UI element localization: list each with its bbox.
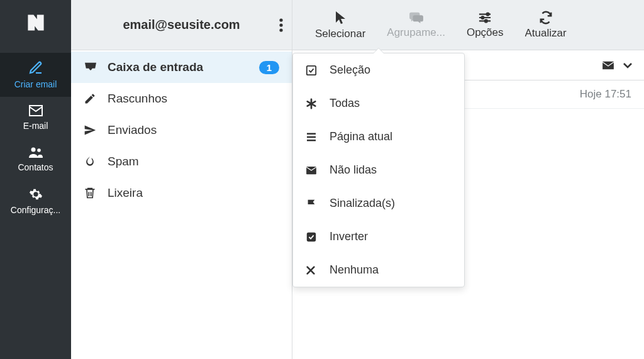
folder-header: email@seusite.com	[71, 0, 292, 50]
folder-list: Caixa de entrada 1 Rascunhos Enviados S	[71, 50, 292, 209]
svg-point-2	[279, 18, 282, 21]
svg-point-5	[487, 13, 489, 15]
list-icon	[306, 133, 318, 141]
folder-name: Lixeira	[108, 186, 279, 200]
dd-flagged[interactable]: Sinalizada(s)	[293, 187, 464, 220]
folder-inbox[interactable]: Caixa de entrada 1	[71, 52, 292, 83]
asterisk-icon	[306, 98, 318, 109]
svg-point-0	[31, 148, 35, 152]
select-dropdown: Seleção Todas Página atual Não lidas	[292, 53, 465, 287]
account-email: email@seusite.com	[123, 18, 240, 32]
svg-point-7	[485, 19, 487, 22]
folder-panel: email@seusite.com Caixa de entrada 1 Ras…	[71, 0, 292, 359]
envelope-icon	[306, 166, 318, 175]
folder-name: Spam	[108, 155, 279, 168]
logo-icon	[25, 11, 47, 34]
toolbar-select[interactable]: Selecionar	[308, 6, 373, 44]
toolbar-label: Opções	[467, 26, 504, 39]
more-vertical-icon[interactable]	[279, 18, 283, 32]
dd-label: Página atual	[330, 130, 392, 143]
nav-compose[interactable]: Criar email	[0, 53, 71, 97]
dd-label: Sinalizada(s)	[330, 197, 395, 210]
toolbar-label: Agrupame...	[387, 26, 445, 39]
folder-name: Rascunhos	[108, 92, 279, 106]
chevron-down-icon[interactable]	[623, 62, 633, 69]
refresh-icon	[539, 11, 553, 25]
gear-icon	[29, 187, 43, 201]
dd-all[interactable]: Todas	[293, 87, 464, 120]
checkbox-outline-icon	[306, 65, 318, 76]
chat-icon	[409, 11, 424, 24]
nav-settings[interactable]: Configuraç...	[0, 180, 71, 223]
folder-sent[interactable]: Enviados	[71, 114, 292, 146]
dd-unread[interactable]: Não lidas	[293, 153, 464, 187]
nav-contacts[interactable]: Contatos	[0, 138, 71, 180]
pencil-icon	[84, 92, 97, 105]
trash-icon	[84, 186, 97, 200]
dd-label: Não lidas	[330, 163, 377, 177]
toolbar-label: Selecionar	[315, 28, 365, 40]
toolbar-options[interactable]: Opções	[459, 8, 511, 43]
nav-label: Criar email	[0, 79, 71, 89]
dd-label: Nenhuma	[330, 263, 379, 277]
nav-label: Contatos	[0, 162, 71, 172]
folder-name: Caixa de entrada	[108, 60, 249, 74]
mail-icon	[28, 104, 43, 117]
svg-rect-10	[307, 232, 316, 241]
folder-name: Enviados	[108, 123, 279, 137]
nav-label: E-mail	[0, 121, 71, 131]
sliders-icon	[478, 11, 492, 24]
checkbox-filled-icon	[306, 231, 318, 243]
x-icon	[306, 265, 318, 275]
dd-selection[interactable]: Seleção	[293, 53, 464, 87]
folder-spam[interactable]: Spam	[71, 146, 292, 177]
send-icon	[84, 124, 97, 136]
nav-email[interactable]: E-mail	[0, 97, 71, 138]
toolbar-refresh[interactable]: Atualizar	[518, 7, 574, 43]
fire-icon	[84, 155, 97, 168]
svg-rect-8	[307, 65, 316, 74]
flag-icon	[306, 198, 318, 209]
unread-badge: 1	[259, 61, 279, 74]
message-time: Hoje 17:51	[580, 88, 631, 101]
folder-trash[interactable]: Lixeira	[71, 177, 292, 209]
contacts-icon	[28, 146, 44, 158]
nav-sidebar: Criar email E-mail Contatos Configuraç..…	[0, 0, 71, 359]
main-panel: Selecionar Agrupame... Opções Atualizar	[292, 0, 644, 359]
toolbar: Selecionar Agrupame... Opções Atualizar	[292, 0, 644, 50]
dd-invert[interactable]: Inverter	[293, 220, 464, 253]
dd-label: Inverter	[330, 230, 368, 243]
svg-point-4	[279, 28, 282, 31]
dd-current-page[interactable]: Página atual	[293, 120, 464, 153]
folder-drafts[interactable]: Rascunhos	[71, 83, 292, 114]
nav-label: Configuraç...	[0, 205, 71, 215]
toolbar-group[interactable]: Agrupame...	[379, 8, 453, 43]
svg-point-3	[279, 23, 282, 26]
dd-label: Seleção	[330, 64, 370, 77]
toolbar-label: Atualizar	[525, 27, 567, 40]
dd-none[interactable]: Nenhuma	[293, 253, 464, 287]
dd-label: Todas	[330, 97, 360, 110]
svg-point-1	[37, 148, 41, 152]
compose-icon	[28, 60, 43, 75]
cursor-icon	[334, 10, 347, 25]
envelope-icon[interactable]	[601, 60, 615, 70]
inbox-icon	[84, 62, 97, 73]
svg-point-6	[482, 16, 484, 19]
